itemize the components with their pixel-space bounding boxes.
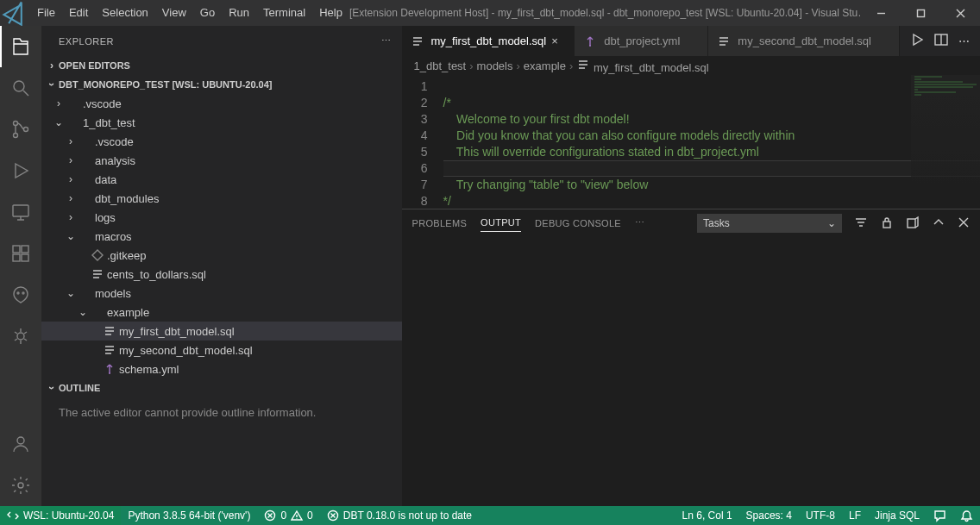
tree-item[interactable]: ›dbt_modules xyxy=(41,189,402,208)
breadcrumb-item[interactable]: models xyxy=(477,59,513,72)
dbt-status[interactable]: DBT 0.18.0 is not up to date xyxy=(320,506,479,525)
accounts-icon[interactable] xyxy=(0,423,41,465)
ext-icon-2[interactable] xyxy=(0,316,41,357)
breadcrumb-item[interactable]: my_first_dbt_model.sql xyxy=(576,58,708,74)
menu-run[interactable]: Run xyxy=(222,0,256,26)
minimize-button[interactable] xyxy=(861,0,901,26)
tree-item[interactable]: ⌄macros xyxy=(41,227,402,246)
panel-more-icon[interactable]: ⋯ xyxy=(635,217,644,228)
outline-message: The active editor cannot provide outline… xyxy=(41,397,402,428)
split-editor-icon[interactable] xyxy=(934,33,948,49)
minimap[interactable] xyxy=(911,75,980,204)
sidebar: EXPLORER ⋯ ›OPEN EDITORS ›DBT_MONOREPO_T… xyxy=(41,26,402,506)
settings-gear-icon[interactable] xyxy=(0,465,41,506)
window-title: [Extension Development Host] - my_first_… xyxy=(349,7,861,19)
ext-icon-1[interactable] xyxy=(0,274,41,316)
language-mode[interactable]: Jinja SQL xyxy=(868,506,927,525)
svg-rect-6 xyxy=(13,246,20,253)
remote-explorer-icon[interactable] xyxy=(0,191,41,233)
encoding[interactable]: UTF-8 xyxy=(799,506,842,525)
svg-point-14 xyxy=(18,483,23,488)
title-bar: FileEditSelectionViewGoRunTerminalHelp [… xyxy=(0,0,980,26)
tree-item[interactable]: schema.yml xyxy=(41,359,402,378)
svg-point-12 xyxy=(17,333,24,340)
svg-rect-8 xyxy=(13,254,20,261)
editor-tabs: my_first_dbt_model.sql×dbt_project.ymlmy… xyxy=(402,26,980,56)
explorer-icon[interactable] xyxy=(0,26,41,67)
tree-item[interactable]: ›analysis xyxy=(41,151,402,170)
search-icon[interactable] xyxy=(0,67,41,109)
svg-point-4 xyxy=(24,128,28,132)
tree-item[interactable]: ⌄models xyxy=(41,284,402,303)
svg-point-10 xyxy=(17,292,19,294)
editor-tab[interactable]: dbt_project.yml xyxy=(575,26,708,56)
svg-point-15 xyxy=(109,372,110,374)
tree-item[interactable]: ›.vscode xyxy=(41,132,402,151)
breadcrumb-item[interactable]: example xyxy=(524,59,566,72)
svg-point-13 xyxy=(17,437,24,444)
panel-tab-debug-console[interactable]: DEBUG CONSOLE xyxy=(535,215,621,232)
file-tree: ›.vscode⌄1_dbt_test›.vscode›analysis›dat… xyxy=(41,94,402,378)
run-icon[interactable] xyxy=(910,33,924,49)
indentation[interactable]: Spaces: 4 xyxy=(739,506,799,525)
panel-close-icon[interactable] xyxy=(958,216,970,230)
editor-more-icon[interactable]: ⋯ xyxy=(958,34,970,47)
open-editors-section[interactable]: ›OPEN EDITORS xyxy=(41,56,402,75)
outline-section[interactable]: ›OUTLINE xyxy=(41,378,402,397)
clear-icon[interactable] xyxy=(906,216,920,231)
close-button[interactable] xyxy=(940,0,980,26)
maximize-button[interactable] xyxy=(901,0,940,26)
tree-item[interactable]: ›.vscode xyxy=(41,94,402,113)
breadcrumbs[interactable]: 1_dbt_test›models›example› my_first_dbt_… xyxy=(402,56,980,75)
svg-point-3 xyxy=(14,134,18,138)
tree-item[interactable]: ›data xyxy=(41,170,402,189)
run-debug-icon[interactable] xyxy=(0,150,41,191)
tree-item[interactable]: ⌄1_dbt_test xyxy=(41,113,402,132)
editor-tab[interactable]: my_second_dbt_model.sql xyxy=(708,26,900,56)
svg-rect-0 xyxy=(917,9,924,16)
tree-item[interactable]: cents_to_dollars.sql xyxy=(41,265,402,284)
panel-tab-problems[interactable]: PROBLEMS xyxy=(412,215,468,232)
feedback-icon[interactable] xyxy=(927,506,953,525)
svg-rect-18 xyxy=(883,222,890,228)
menu-file[interactable]: File xyxy=(30,0,62,26)
tab-close-icon[interactable]: × xyxy=(551,34,565,47)
remote-indicator[interactable]: WSL: Ubuntu-20.04 xyxy=(0,506,121,525)
code-editor[interactable]: 12345678 /* Welcome to your first dbt mo… xyxy=(402,75,980,209)
svg-point-11 xyxy=(22,292,24,294)
editor-tab[interactable]: my_first_dbt_model.sql× xyxy=(402,26,575,56)
problems-status[interactable]: 0 0 xyxy=(257,506,319,525)
tree-item[interactable]: my_first_dbt_model.sql xyxy=(41,322,402,341)
tree-item[interactable]: ⌄example xyxy=(41,303,402,322)
tree-item[interactable]: ›logs xyxy=(41,208,402,227)
filter-icon[interactable] xyxy=(854,216,868,231)
python-env[interactable]: Python 3.8.5 64-bit ('venv') xyxy=(121,506,257,525)
vscode-logo-icon xyxy=(0,0,30,28)
explorer-more-icon[interactable]: ⋯ xyxy=(381,35,392,47)
panel-chevron-up-icon[interactable] xyxy=(932,216,945,231)
eol[interactable]: LF xyxy=(842,506,868,525)
svg-point-16 xyxy=(589,45,591,47)
cursor-position[interactable]: Ln 6, Col 1 xyxy=(675,506,739,525)
menu-go[interactable]: Go xyxy=(193,0,222,26)
breadcrumb-item[interactable]: 1_dbt_test xyxy=(414,59,467,72)
menu-edit[interactable]: Edit xyxy=(62,0,95,26)
tree-item[interactable]: .gitkeep xyxy=(41,246,402,265)
svg-rect-5 xyxy=(13,205,28,216)
notifications-icon[interactable] xyxy=(953,506,980,525)
status-bar: WSL: Ubuntu-20.04 Python 3.8.5 64-bit ('… xyxy=(0,506,980,525)
explorer-title: EXPLORER xyxy=(59,36,114,47)
menu-terminal[interactable]: Terminal xyxy=(256,0,312,26)
menu-view[interactable]: View xyxy=(155,0,193,26)
source-control-icon[interactable] xyxy=(0,109,41,150)
extensions-icon[interactable] xyxy=(0,233,41,274)
tree-item[interactable]: my_second_dbt_model.sql xyxy=(41,341,402,359)
menu-help[interactable]: Help xyxy=(312,0,349,26)
folder-section[interactable]: ›DBT_MONOREPO_TEST [WSL: UBUNTU-20.04] xyxy=(41,75,402,94)
svg-rect-7 xyxy=(22,246,28,253)
lock-icon[interactable] xyxy=(880,216,894,231)
menu-selection[interactable]: Selection xyxy=(95,0,154,26)
output-channel-select[interactable]: Tasks⌄ xyxy=(697,214,842,233)
panel-tab-output[interactable]: OUTPUT xyxy=(481,214,521,232)
activity-bar xyxy=(0,26,41,506)
